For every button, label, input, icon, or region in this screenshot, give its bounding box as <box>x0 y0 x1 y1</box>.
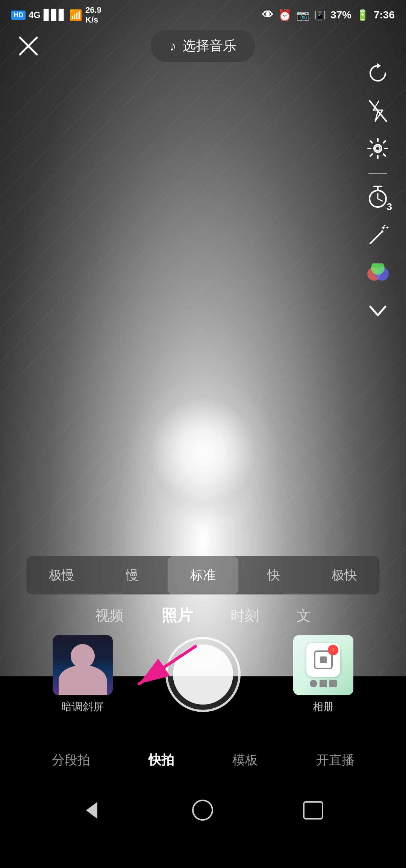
gallery-image <box>53 635 113 695</box>
svg-line-8 <box>378 199 382 201</box>
recents-button[interactable] <box>298 795 328 825</box>
svg-marker-2 <box>377 63 381 68</box>
tab-template[interactable]: 模板 <box>225 748 265 773</box>
timer-button[interactable]: 3 <box>365 185 391 212</box>
home-icon <box>191 798 215 823</box>
svg-marker-19 <box>86 802 97 819</box>
clock-time: 7:36 <box>374 9 395 21</box>
svg-point-5 <box>376 146 380 151</box>
home-button[interactable] <box>188 795 218 825</box>
music-button[interactable]: ♪ 选择音乐 <box>151 30 255 62</box>
network-signal: 4G <box>29 10 41 20</box>
svg-line-9 <box>370 231 382 243</box>
hd-badge: HD <box>11 11 26 20</box>
signal-bars: ▋▋▋ <box>44 9 66 21</box>
shutter-button[interactable] <box>165 637 241 712</box>
refresh-icon <box>367 62 389 85</box>
tab-text[interactable]: 文 <box>289 602 318 629</box>
tab-photo[interactable]: 照片 <box>154 601 200 630</box>
refresh-button[interactable] <box>365 60 391 86</box>
speed-fast[interactable]: 快 <box>238 556 309 594</box>
album-container: ! 相册 <box>263 635 383 714</box>
gallery-container: 暗调斜屏 <box>23 635 143 714</box>
tab-moment[interactable]: 时刻 <box>223 602 267 629</box>
close-button[interactable] <box>15 33 41 59</box>
bottom-nav: 分段拍 快拍 模板 开直播 <box>0 733 406 868</box>
album-image: ! <box>293 635 353 695</box>
flash-off-icon <box>368 99 388 123</box>
gear-icon <box>366 137 389 160</box>
shutter-inner <box>173 644 233 705</box>
timer-icon: 3 <box>367 184 389 213</box>
system-nav-bar <box>0 788 406 833</box>
shutter-area: 暗调斜屏 ! <box>0 635 406 714</box>
back-button[interactable] <box>78 795 108 825</box>
recents-icon <box>302 800 324 821</box>
battery-text: 37% <box>330 9 351 21</box>
status-right: 👁 ⏰ 📷 📳 37% 🔋 7:36 <box>262 9 395 22</box>
light-effect <box>128 376 278 526</box>
speed-normal[interactable]: 标准 <box>168 556 238 594</box>
speed-slow[interactable]: 慢 <box>97 556 168 594</box>
gallery-label: 暗调斜屏 <box>62 700 104 714</box>
more-button[interactable] <box>365 298 391 324</box>
tab-live[interactable]: 开直播 <box>309 748 362 773</box>
magic-wand-icon: ✦ ✦ ✦ <box>367 225 389 247</box>
bottom-tabs: 分段拍 快拍 模板 开直播 <box>0 733 406 780</box>
tab-quick[interactable]: 快拍 <box>141 748 182 773</box>
speed-indicator: 26.9K/s <box>85 5 102 25</box>
toolbar-divider <box>368 173 387 174</box>
svg-point-20 <box>193 800 212 820</box>
alarm-icon: ⏰ <box>278 9 292 22</box>
speed-very-slow[interactable]: 极慢 <box>26 556 97 594</box>
close-icon <box>18 36 39 56</box>
magic-button[interactable]: ✦ ✦ ✦ <box>365 223 391 249</box>
tab-video[interactable]: 视频 <box>88 602 131 629</box>
notification-badge: ! <box>328 645 338 655</box>
album-label: 相册 <box>313 700 334 714</box>
camera-icon: 📷 <box>296 9 309 21</box>
eye-icon: 👁 <box>262 9 273 21</box>
speed-very-fast[interactable]: 极快 <box>309 556 380 594</box>
flash-button[interactable] <box>365 98 391 124</box>
tab-segment[interactable]: 分段拍 <box>44 748 98 773</box>
right-toolbar: 3 ✦ ✦ ✦ <box>365 60 391 324</box>
mode-tabs: 视频 照片 时刻 文 <box>0 601 406 630</box>
color-filter-icon <box>366 263 390 284</box>
color-button[interactable] <box>365 260 391 287</box>
chevron-down-icon <box>368 305 387 318</box>
status-left: HD 4G ▋▋▋ 📶 26.9K/s <box>11 5 102 25</box>
settings-button[interactable] <box>365 135 391 162</box>
music-icon: ♪ <box>170 38 176 54</box>
album-thumbnail[interactable]: ! <box>293 635 353 695</box>
shutter-center <box>143 637 263 712</box>
vibrate-icon: 📳 <box>314 9 326 21</box>
music-label: 选择音乐 <box>182 37 236 55</box>
speed-selector: 极慢 慢 标准 快 极快 <box>26 556 380 594</box>
battery-icon: 🔋 <box>356 9 369 21</box>
back-icon <box>82 800 103 821</box>
wifi-icon: 📶 <box>69 9 82 21</box>
svg-text:✦: ✦ <box>383 225 386 228</box>
gallery-thumbnail[interactable] <box>53 635 113 695</box>
svg-rect-21 <box>304 802 323 819</box>
top-controls: ♪ 选择音乐 <box>0 23 406 70</box>
timer-svg <box>367 184 389 209</box>
